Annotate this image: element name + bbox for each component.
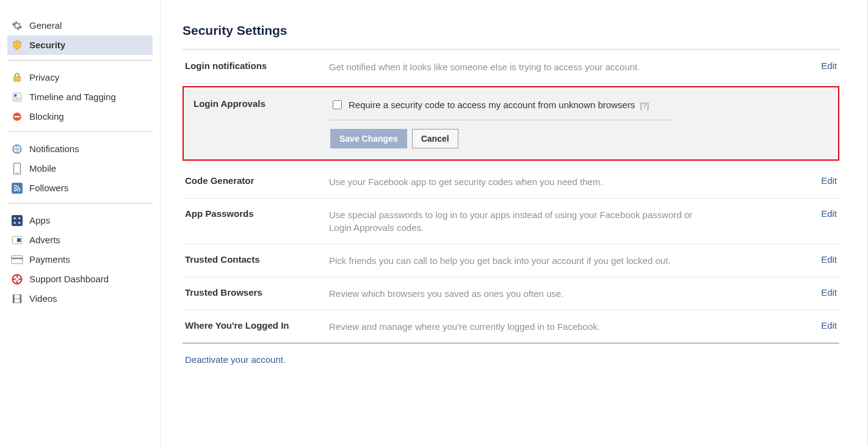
adverts-icon (11, 234, 23, 246)
sidebar-item-label: Followers (29, 182, 68, 194)
sidebar-item-label: Privacy (29, 71, 59, 84)
sidebar-item-notifications[interactable]: Notifications (7, 139, 153, 159)
gear-icon (11, 20, 23, 32)
sidebar-item-timeline[interactable]: Timeline and Tagging (7, 87, 153, 107)
login-approvals-body: Require a security code to access my acc… (330, 95, 834, 148)
apps-icon (11, 214, 23, 227)
sidebar-item-videos[interactable]: Videos (7, 289, 153, 309)
sidebar-item-label: Apps (29, 214, 50, 227)
row-login-notifications[interactable]: Login notifications Get notified when it… (183, 51, 839, 84)
row-desc: Review which browsers you saved as ones … (329, 287, 714, 300)
svg-rect-18 (17, 238, 21, 242)
row-title: Trusted Browsers (185, 287, 329, 298)
require-code-label: Require a security code to access my acc… (349, 100, 635, 110)
button-bar: Save Changes Cancel (330, 120, 834, 148)
main-content: Security Settings Login notifications Ge… (161, 0, 868, 446)
sidebar-item-adverts[interactable]: Adverts (7, 230, 153, 250)
svg-rect-0 (14, 77, 21, 82)
row-desc: Use your Facebook app to get security co… (329, 175, 714, 188)
title-divider (183, 49, 839, 49)
sidebar-group-4: Apps Adverts Payments Support Dashboard … (7, 207, 153, 313)
row-where-logged-in[interactable]: Where You're Logged In Review and manage… (183, 310, 839, 343)
row-title: Login Approvals (187, 95, 330, 148)
card-icon (11, 254, 23, 266)
row-title: Login notifications (185, 60, 329, 71)
deactivate-account-link[interactable]: Deactivate your account. (183, 343, 839, 376)
svg-point-14 (18, 218, 20, 219)
cancel-button[interactable]: Cancel (412, 129, 458, 148)
row-title: Trusted Contacts (185, 254, 329, 265)
lifebuoy-icon (11, 273, 23, 285)
row-app-passwords[interactable]: App Passwords Use special passwords to l… (183, 199, 839, 244)
page-title: Security Settings (183, 23, 839, 38)
edit-link[interactable]: Edit (800, 287, 837, 298)
sidebar-item-label: Adverts (29, 234, 60, 246)
sidebar-item-label: Support Dashboard (29, 273, 109, 285)
edit-link[interactable]: Edit (800, 60, 837, 71)
save-changes-button[interactable]: Save Changes (330, 129, 407, 148)
rss-icon (11, 182, 23, 194)
svg-rect-19 (12, 255, 23, 263)
help-icon[interactable]: [?] (640, 101, 649, 110)
row-desc: Use special passwords to log in to your … (329, 208, 714, 234)
sidebar-item-label: Mobile (29, 163, 56, 175)
sidebset-item-label: Timeline and Tagging (29, 91, 116, 103)
film-icon (11, 293, 23, 305)
row-desc: Pick friends you can call to help you ge… (329, 254, 714, 267)
svg-point-9 (16, 172, 18, 173)
sidebar-item-payments[interactable]: Payments (7, 250, 153, 269)
edit-link[interactable]: Edit (800, 320, 837, 331)
edit-link[interactable]: Edit (800, 208, 837, 219)
edit-link[interactable]: Edit (800, 175, 837, 186)
svg-point-16 (18, 222, 20, 224)
row-title: App Passwords (185, 208, 329, 219)
row-desc: Get notified when it looks like someone … (329, 60, 714, 73)
row-title: Where You're Logged In (185, 320, 329, 331)
svg-rect-12 (12, 215, 23, 226)
phone-icon (11, 163, 23, 175)
sidebar-item-apps[interactable]: Apps (7, 211, 153, 230)
row-login-approvals: Login Approvals Require a security code … (183, 86, 839, 161)
svg-rect-1 (13, 93, 21, 101)
svg-rect-2 (15, 95, 17, 97)
row-code-generator[interactable]: Code Generator Use your Facebook app to … (183, 166, 839, 199)
sidebar-group-2: Privacy Timeline and Tagging Blocking (7, 64, 153, 132)
sidebar-item-support[interactable]: Support Dashboard (7, 269, 153, 289)
sidebar-item-general[interactable]: General (7, 16, 153, 35)
svg-point-11 (14, 189, 16, 191)
svg-point-13 (14, 218, 16, 219)
sidebar-item-blocking[interactable]: Blocking (7, 107, 153, 126)
globe-icon (11, 143, 23, 155)
edit-link[interactable]: Edit (800, 254, 837, 265)
sidebar-item-mobile[interactable]: Mobile (7, 159, 153, 178)
sidebar-item-label: Blocking (29, 111, 64, 123)
shield-icon (11, 39, 23, 51)
require-code-row: Require a security code to access my acc… (330, 95, 672, 120)
require-code-checkbox[interactable] (333, 100, 342, 109)
sidebar-group-3: Notifications Mobile Followers (7, 136, 153, 203)
sidebar-item-security[interactable]: Security (7, 35, 153, 55)
block-icon (11, 111, 23, 123)
row-trusted-browsers[interactable]: Trusted Browsers Review which browsers y… (183, 277, 839, 310)
row-title: Code Generator (185, 175, 329, 186)
sidebar-item-label: Payments (29, 254, 70, 266)
sidebar-item-label: Videos (29, 293, 57, 305)
svg-rect-10 (12, 183, 23, 194)
svg-rect-6 (15, 116, 20, 117)
sidebar-group-1: General Security (7, 12, 153, 60)
row-desc: Review and manage where you're currently… (329, 320, 714, 333)
sidebar-item-privacy[interactable]: Privacy (7, 68, 153, 87)
svg-point-15 (14, 222, 16, 224)
svg-point-22 (15, 277, 19, 281)
settings-sidebar: General Security Privacy Timeline and Ta… (0, 0, 161, 446)
sidebar-item-label: Notifications (29, 143, 79, 155)
svg-rect-20 (12, 258, 23, 260)
row-trusted-contacts[interactable]: Trusted Contacts Pick friends you can ca… (183, 244, 839, 277)
sidebar-item-followers[interactable]: Followers (7, 178, 153, 198)
sidebar-item-label: General (29, 20, 62, 32)
timeline-icon (11, 91, 23, 103)
sidebar-item-label: Security (29, 39, 65, 51)
lock-icon (11, 71, 23, 84)
